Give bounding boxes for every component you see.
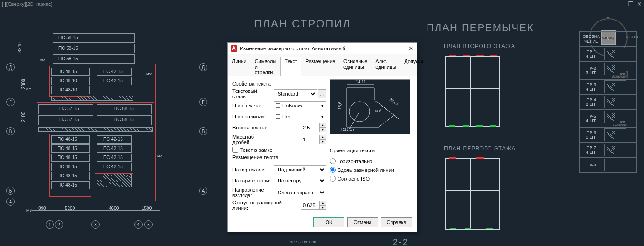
lintel-table: ОБОЗНА ЧЕНИЕ 3 ПР-14 ШТ. ПР-23 ШТ.6401.2… bbox=[579, 31, 637, 173]
orient-along-radio[interactable] bbox=[330, 167, 336, 173]
lintel-thumb: 640 bbox=[604, 111, 626, 123]
tab-fit[interactable]: Размещение bbox=[301, 57, 339, 76]
table-cell: 4 ШТ. bbox=[581, 118, 601, 123]
axis-bubble: Б bbox=[6, 187, 15, 195]
slab-label: ПС 48-10 bbox=[58, 78, 77, 83]
slab-label: ПС 42-15 bbox=[103, 155, 123, 160]
label-text-frame: Текст в рамке bbox=[240, 147, 273, 153]
text-height-input[interactable] bbox=[301, 123, 320, 132]
table-cell: ПР-4 bbox=[581, 97, 601, 102]
close-button[interactable]: ✕ bbox=[637, 0, 642, 8]
tab-tol[interactable]: Допуски bbox=[400, 57, 427, 76]
slab-label: ПС 58-15 bbox=[58, 46, 78, 51]
label-orient-along: Вдоль размерной линии bbox=[338, 167, 394, 173]
dialog-titlebar[interactable]: A Изменение размерного стиля: Аннотативн… bbox=[228, 43, 417, 54]
tab-lines[interactable]: Линии bbox=[228, 57, 251, 76]
table-header: ОБОЗНА ЧЕНИЕ bbox=[580, 32, 603, 46]
window-title: [-][Сверху][2D-каркас] bbox=[2, 1, 52, 7]
table-cell: ПР-7 bbox=[581, 145, 601, 150]
slab-label: ПС 58-15 bbox=[114, 117, 134, 122]
slab-label: ПС 42-15 bbox=[103, 164, 123, 169]
orient-horiz-radio[interactable] bbox=[330, 158, 336, 164]
fill-color-select[interactable]: Нет ▾ bbox=[274, 112, 326, 121]
restore-button[interactable]: ❐ bbox=[628, 0, 634, 8]
slab-label: ПС 58-15 bbox=[114, 106, 134, 111]
label-view-dir: Направление взгляда: bbox=[232, 187, 272, 198]
table-cell: ПР-6 bbox=[581, 130, 601, 135]
ok-button[interactable]: ОК bbox=[313, 217, 344, 227]
title-plan-stropil: ПЛАН СТРОПИЛ bbox=[254, 17, 351, 30]
spin-down-button[interactable]: ▼ bbox=[320, 205, 326, 210]
hatch-area bbox=[97, 174, 132, 187]
tab-alt[interactable]: Альт. единицы bbox=[371, 57, 400, 76]
slab-label: ПС 57-15 bbox=[59, 106, 79, 111]
text-frame-checkbox[interactable] bbox=[232, 147, 238, 153]
slab-label: ПС 58-15 bbox=[58, 35, 78, 40]
horizontal-select[interactable]: По центру bbox=[274, 176, 326, 185]
hatch-strip bbox=[38, 127, 153, 132]
spin-down-button[interactable]: ▼ bbox=[320, 139, 326, 144]
slab-label: ПС 42-15 bbox=[103, 137, 123, 142]
lintel-thumb bbox=[604, 48, 626, 60]
tab-text[interactable]: Текст bbox=[280, 57, 301, 76]
chevron-down-icon: ▾ bbox=[321, 114, 324, 120]
label-text-color: Цвет текста: bbox=[232, 103, 272, 108]
table-cell: 4 ШТ. bbox=[581, 87, 601, 91]
offset-input[interactable] bbox=[301, 201, 320, 210]
tab-primary[interactable]: Основные единицы bbox=[339, 57, 371, 76]
spin-down-button[interactable]: ▼ bbox=[320, 128, 326, 132]
view-dir-select[interactable]: Слева направо bbox=[274, 188, 326, 197]
frac-scale-input[interactable] bbox=[301, 135, 320, 144]
text-style-browse-button[interactable]: ... bbox=[318, 89, 326, 98]
spin-up-button[interactable]: ▲ bbox=[320, 201, 326, 205]
tab-symbols[interactable]: Символы и стрелки bbox=[251, 57, 281, 76]
title-plan-floor1: ПЛАН ПЕРВОГО ЭТАЖА bbox=[444, 145, 516, 152]
mu-label: МУ bbox=[40, 58, 46, 62]
text-style-select[interactable]: Standard bbox=[274, 89, 317, 98]
label-orient-horiz: Горизонтально bbox=[338, 159, 372, 164]
minimize-button[interactable]: — bbox=[619, 0, 625, 8]
table-cell: ПР-2 bbox=[581, 66, 601, 70]
cancel-button[interactable]: Отмена bbox=[347, 217, 378, 227]
table-cell: ПР-1 bbox=[581, 49, 601, 54]
mu-label: МУ bbox=[26, 87, 31, 91]
axis-bubble: Г bbox=[6, 98, 15, 106]
slab-label: ПС 48-15 bbox=[58, 69, 77, 74]
slab-label: ПС 48-15 bbox=[58, 164, 77, 169]
slab-label: ПС 48-15 bbox=[58, 155, 77, 160]
window-controls: — ❐ ✕ bbox=[619, 0, 642, 8]
orient-iso-radio[interactable] bbox=[330, 176, 336, 182]
slab-label: ПС 42-15 bbox=[103, 69, 123, 74]
label-text-height: Высота текста: bbox=[232, 125, 272, 130]
title-plan-floor2: ПЛАН ВТОРОГО ЭТАЖА bbox=[444, 43, 515, 49]
label-offset: Отступ от размерной линии: bbox=[232, 200, 292, 211]
axis-bubble: Д bbox=[199, 63, 207, 71]
slab-label: ПС 42-15 bbox=[103, 78, 123, 83]
group-text-placement: Размещение текста bbox=[232, 155, 326, 160]
dim-line bbox=[32, 210, 160, 211]
titlebar: [-][Сверху][2D-каркас] — ❐ ✕ bbox=[0, 0, 644, 8]
mu-label: МУ bbox=[26, 209, 32, 213]
drawing-canvas[interactable]: ПЛАН СТРОПИЛ ПЛАН ПЕРЕМЫЧЕК ПЛАН ВТОРОГО… bbox=[0, 8, 644, 246]
slab-label: ПС 58-15 bbox=[58, 56, 78, 61]
preview-dim: 16,6 bbox=[338, 102, 342, 110]
dimstyle-dialog: A Изменение размерного стиля: Аннотативн… bbox=[227, 42, 417, 232]
vertical-select[interactable]: Над линией bbox=[274, 165, 326, 174]
dialog-close-button[interactable]: ✕ bbox=[408, 45, 414, 52]
axis-bubble: Г bbox=[199, 98, 207, 106]
spin-up-button[interactable]: ▲ bbox=[320, 123, 326, 128]
axis-bubble: А bbox=[6, 198, 15, 206]
text-color-select[interactable]: ПоБлоку ▾ bbox=[274, 101, 326, 110]
table-cell: 1 ШТ. bbox=[581, 135, 601, 139]
spin-up-button[interactable]: ▲ bbox=[320, 135, 326, 139]
dimension: 2300 bbox=[21, 79, 26, 89]
help-button[interactable]: Справка bbox=[381, 217, 412, 227]
group-orientation: Ориентация текста bbox=[330, 148, 412, 153]
label-fill-color: Цвет заливки: bbox=[232, 114, 272, 119]
table-cell: ПР-3 bbox=[581, 82, 601, 87]
dialog-tabs: Линии Символы и стрелки Текст Размещение… bbox=[228, 54, 417, 76]
hatch-strip bbox=[51, 96, 133, 101]
axis-bubble: 5 bbox=[144, 220, 153, 229]
label-text-style: Текстовый стиль: bbox=[232, 88, 272, 99]
fill-color-value: Нет bbox=[282, 114, 291, 119]
